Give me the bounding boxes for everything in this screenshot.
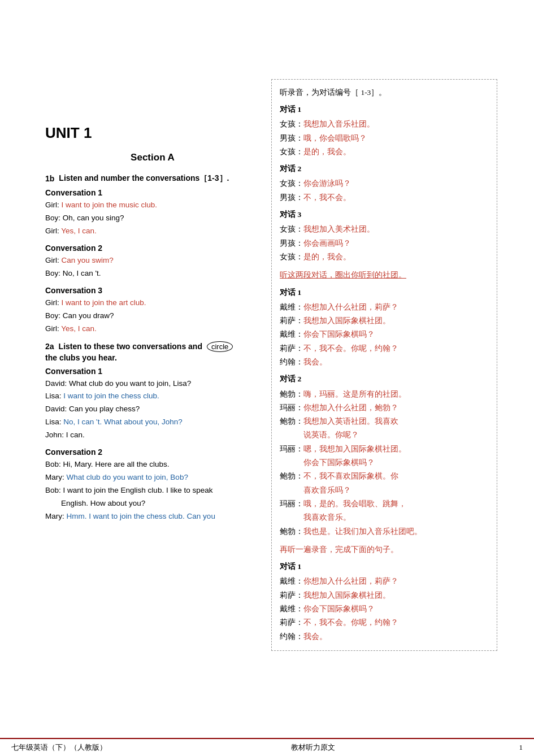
conv3-text2: Can you draw? [63, 311, 114, 320]
conv1-line2: Boy: Oh, can you sing? [45, 212, 260, 225]
conv3-text1: I want to join the art club. [62, 298, 146, 307]
rc-conv2-line2: 男孩：不，我不会。 [280, 191, 489, 205]
rc-dialog2-title: 对话 2 [280, 372, 489, 386]
content-area: UNIT 1 Section A 1b Listen and number th… [0, 0, 534, 651]
conv2a1-line2: Lisa: I want to join the chess club. [45, 390, 260, 403]
rc-d1-line2: 莉萨：我想加入国际象棋社团。 [280, 314, 489, 328]
conv1-text3: Yes, I can. [61, 227, 97, 235]
conv2a2-line2: Mary: What club do you want to join, Bob… [45, 471, 260, 484]
rc-conv2-title: 对话 2 [280, 162, 489, 176]
rc-replay-note: 再听一遍录音，完成下面的句子。 [280, 543, 489, 557]
rc-d1-line1: 戴维：你想加入什么社团，莉萨？ [280, 301, 489, 314]
conv2-text1: Can you swim? [62, 256, 114, 264]
rc-d2-line3: 鲍勃：我想加入英语社团。我喜欢 [280, 415, 489, 428]
rc-dialog1-title: 对话 1 [280, 286, 489, 299]
conv2a1-text2: I want to join the chess club. [63, 392, 159, 400]
conv3-speaker3: Girl: [45, 324, 61, 333]
rc-conv1-line1: 女孩：我想加入音乐社团。 [280, 118, 489, 131]
conv3-line2: Boy: Can you draw? [45, 310, 260, 323]
rc-d1-line5: 约翰：我会。 [280, 355, 489, 369]
conv1-speaker1: Girl: [45, 201, 62, 209]
conv2a2-text2: What club do you want to join, Bob? [67, 473, 188, 481]
conv1-line3: Girl: Yes, I can. [45, 225, 260, 238]
rc-d2-line4: 玛丽：嗯，我想加入国际象棋社团。 [280, 442, 489, 456]
left-column: UNIT 1 Section A 1b Listen and number th… [0, 124, 271, 651]
conv2a1-text3: Can you play chess? [69, 405, 140, 413]
conv2a2-speaker4: Mary: [45, 512, 67, 520]
rc-rd1-line3: 戴维：你会下国际象棋吗？ [280, 602, 489, 616]
conv2a1-speaker1: David: [45, 379, 69, 388]
rc-replay-d1-title: 对话 1 [280, 560, 489, 573]
rc-conv1-line3: 女孩：是的，我会。 [280, 145, 489, 159]
footer: 七年级英语（下）（人教版） 教材听力原文 1 [0, 738, 534, 756]
rc-d2-line5b: 喜欢音乐吗？ [280, 484, 489, 497]
conv1-speaker3: Girl: [45, 227, 61, 235]
ex2a-text2: the clubs you hear. [45, 353, 117, 362]
conv2a1-line5: John: I can. [45, 429, 260, 442]
conv2a1-line4: Lisa: No, I can 't. What about you, John… [45, 416, 260, 429]
rc-d1-line3: 戴维：你会下国际象棋吗？ [280, 328, 489, 341]
footer-left: 七年级英语（下）（人教版） [11, 742, 107, 753]
rc-rd1-line5: 约翰：我会。 [280, 630, 489, 644]
conv2a2-text3b: English. How about you? [61, 499, 145, 507]
conv1-text1: I want to join the music club. [62, 201, 158, 209]
rc-d2-line7: 鲍勃：我也是。让我们加入音乐社团吧。 [280, 525, 489, 538]
conv2a1-title: Conversation 1 [45, 367, 260, 376]
conv2a2-line3: Bob: I want to join the English club. I … [45, 484, 260, 497]
ex1b-label: 1b [45, 174, 54, 183]
ex2a-header: 2a Listen to these two conversations and… [45, 341, 260, 352]
exercise-1b: 1b Listen and number the conversations［1… [45, 173, 260, 184]
conv3-title: Conversation 3 [45, 286, 260, 295]
conv3-line3: Girl: Yes, I can. [45, 323, 260, 336]
conv2a1-line1: David: What club do you want to join, Li… [45, 377, 260, 390]
rc-conv1-title: 对话 1 [280, 103, 489, 116]
conv2-line2: Boy: No, I can 't. [45, 267, 260, 280]
conv2-text2: No, I can 't. [63, 269, 101, 277]
conv3-line1: Girl: I want to join the art club. [45, 297, 260, 310]
right-column: 听录音，为对话编号［ 1-3］。 对话 1 女孩：我想加入音乐社团。 男孩：哦，… [271, 79, 497, 651]
rc-d2-line2: 玛丽：你想加入什么社团，鲍勃？ [280, 401, 489, 415]
conv2a2-text4: Hmm. I want to join the chess club. Can … [67, 512, 215, 520]
conv3-text3: Yes, I can. [61, 324, 97, 333]
conv2-speaker1: Girl: [45, 256, 62, 264]
rc-d2-line3b: 说英语。你呢？ [280, 428, 489, 442]
conv2a2-title: Conversation 2 [45, 447, 260, 457]
page: UNIT 1 Section A 1b Listen and number th… [0, 0, 534, 756]
rc-d2-line5: 鲍勃：不，我不喜欢国际象棋。你 [280, 470, 489, 483]
rc-d2-line4b: 你会下国际象棋吗？ [280, 456, 489, 470]
ex2a-label: 2a [45, 342, 54, 351]
conv2a1-speaker2: Lisa: [45, 392, 63, 400]
section-title: Section A [45, 152, 260, 163]
rc-d1-line4: 莉萨：不，我不会。你呢，约翰？ [280, 342, 489, 355]
conv2-speaker2: Boy: [45, 269, 63, 277]
conv2a2-line3b: English. How about you? [45, 497, 260, 510]
conv2a1-speaker4: Lisa: [45, 418, 63, 426]
conv2a1-speaker5: John: [45, 431, 66, 439]
conv3-speaker1: Girl: [45, 298, 62, 307]
rc-conv3-title: 对话 3 [280, 208, 489, 221]
conv2-title: Conversation 2 [45, 244, 260, 253]
conv1-text2: Oh, can you sing? [63, 214, 124, 222]
conv2-line1: Girl: Can you swim? [45, 254, 260, 267]
rc-conv3-line2: 男孩：你会画画吗？ [280, 237, 489, 250]
rc-d2-line6b: 我喜欢音乐。 [280, 511, 489, 524]
rc-conv1-line2: 男孩：哦，你会唱歌吗？ [280, 132, 489, 145]
rc-listen-note: 听这两段对话，圈出你听到的社团。 [280, 268, 489, 282]
rc-conv3-line1: 女孩：我想加入美术社团。 [280, 223, 489, 236]
conv1-title: Conversation 1 [45, 188, 260, 197]
ex2a-text2-line: the clubs you hear. [45, 353, 260, 362]
ex1b-text: Listen and number the conversations［1-3］… [59, 173, 229, 184]
rc-d2-line6: 玛丽：哦，是的。我会唱歌、跳舞， [280, 497, 489, 511]
conv2a1-text1: What club do you want to join, Lisa? [69, 379, 191, 388]
conv2a2-text1: Hi, Mary. Here are all the clubs. [63, 460, 170, 468]
conv3-speaker2: Boy: [45, 311, 63, 320]
unit-title: UNIT 1 [45, 124, 260, 142]
footer-right: 1 [519, 743, 523, 752]
rc-rd1-line4: 莉萨：不，我不会。你呢，约翰？ [280, 616, 489, 629]
rc-rd1-line1: 戴维：你想加入什么社团，莉萨？ [280, 575, 489, 588]
conv2a1-text5: I can. [66, 431, 85, 439]
ex1b-header: 1b Listen and number the conversations［1… [45, 173, 260, 184]
rc-d2-line1: 鲍勃：嗨，玛丽。这是所有的社团。 [280, 388, 489, 401]
circle-badge: circle [207, 341, 233, 352]
conv2a2-speaker1: Bob: [45, 460, 63, 468]
